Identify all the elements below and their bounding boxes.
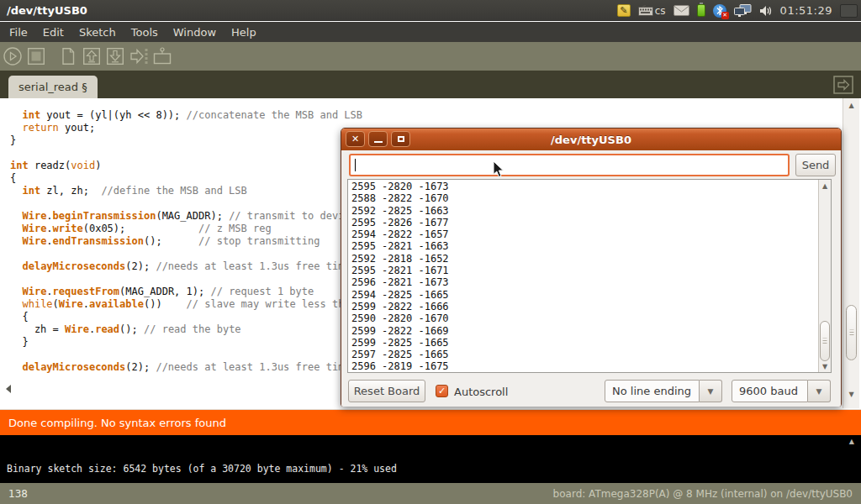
- stop-icon: [26, 46, 46, 66]
- bluetooth-icon[interactable]: ✕: [713, 0, 726, 21]
- send-button[interactable]: Send: [795, 154, 836, 176]
- menu-sketch[interactable]: Sketch: [71, 24, 124, 41]
- menu-window[interactable]: Window: [166, 24, 224, 41]
- new-sketch-button[interactable]: [57, 45, 79, 67]
- verify-play-icon: [3, 46, 23, 66]
- line-ending-select[interactable]: No line ending: [605, 380, 700, 402]
- compile-status-message: Done compiling. No syntax errors found: [8, 417, 226, 429]
- editor-vscrollbar[interactable]: ▲ ▼: [843, 98, 859, 408]
- board-info: board: ATmega328P(A) @ 8 MHz (internal) …: [553, 488, 853, 500]
- close-button[interactable]: ✕: [346, 131, 365, 147]
- screen: /dev/ttyUSB0 ✎ cs ✕: [0, 0, 861, 504]
- line-number: 138: [8, 488, 28, 500]
- system-tray: ✎ cs ✕: [617, 0, 858, 21]
- save-down-arrow-icon: [105, 46, 125, 66]
- line-ending-dropdown-arrow[interactable]: ▼: [700, 380, 722, 402]
- console[interactable]: Binary sketch size: 6542 bytes (of a 307…: [0, 435, 861, 483]
- mail-icon[interactable]: [673, 0, 689, 21]
- session-icon[interactable]: [840, 0, 858, 21]
- autoscroll-label: Autoscroll: [454, 386, 508, 398]
- stop-button[interactable]: [25, 45, 47, 67]
- mouse-cursor: [493, 160, 504, 181]
- autoscroll-checkbox[interactable]: ✓: [436, 385, 448, 397]
- baud-rate-select[interactable]: 9600 baud: [732, 380, 808, 402]
- text-caret: [355, 159, 356, 171]
- verify-button[interactable]: [2, 45, 24, 67]
- tab-label: serial_read §: [18, 81, 87, 93]
- tab-serial-read[interactable]: serial_read §: [8, 76, 98, 98]
- editor-scroll-thumb[interactable]: [846, 305, 857, 360]
- tab-bar: serial_read §: [0, 71, 861, 98]
- keyboard-icon: [638, 5, 653, 16]
- scroll-up-icon[interactable]: ▲: [843, 102, 859, 109]
- window-title: /dev/ttyUSB0: [7, 4, 87, 17]
- footer-status-bar: 138 board: ATmega328P(A) @ 8 MHz (intern…: [0, 483, 861, 504]
- serial-monitor-body: Send 2595 -2820 -1673 2588 -2822 -1670 2…: [341, 150, 841, 407]
- menu-help[interactable]: Help: [224, 24, 264, 41]
- maximize-button[interactable]: [391, 131, 410, 147]
- open-up-arrow-icon: [82, 46, 102, 66]
- serial-scroll-up-icon[interactable]: ▲: [819, 182, 831, 190]
- ide-toolbar: [0, 42, 861, 71]
- serial-monitor-controls: Reset Board ✓ Autoscroll No line ending …: [341, 377, 841, 407]
- serial-monitor-titlebar[interactable]: ✕ /dev/ttyUSB0: [341, 129, 841, 150]
- maximize-icon: [398, 136, 404, 142]
- serial-monitor-window: ✕ /dev/ttyUSB0 Send 2595 -2820 -1673 258…: [341, 128, 842, 407]
- keyboard-layout-icon[interactable]: cs: [638, 0, 666, 21]
- serial-vscrollbar[interactable]: ▲ ▼: [818, 180, 831, 372]
- scroll-down-icon[interactable]: ▼: [843, 391, 859, 398]
- serial-input[interactable]: [349, 154, 790, 176]
- network-icon[interactable]: [734, 0, 752, 21]
- tab-menu-arrow-icon: [833, 76, 853, 94]
- volume-icon[interactable]: [759, 0, 773, 21]
- menu-bar: File Edit Sketch Tools Window Help: [0, 22, 861, 42]
- upload-right-arrow-icon: [128, 46, 150, 66]
- serial-monitor-title: /dev/ttyUSB0: [551, 134, 631, 146]
- console-output: Binary sketch size: 6542 bytes (of a 307…: [7, 463, 397, 475]
- notes-icon[interactable]: ✎: [617, 0, 631, 21]
- keyboard-layout-label: cs: [655, 5, 666, 17]
- open-sketch-button[interactable]: [81, 45, 103, 67]
- serial-scroll-down-icon[interactable]: ▼: [819, 363, 831, 370]
- hscroll-left-arrow-icon[interactable]: [6, 385, 11, 393]
- serial-output-area[interactable]: 2595 -2820 -1673 2588 -2822 -1670 2592 -…: [347, 179, 832, 373]
- new-file-icon: [58, 46, 78, 66]
- tab-menu-button[interactable]: [833, 76, 853, 97]
- close-icon: ✕: [351, 134, 359, 144]
- console-scroll-up-icon[interactable]: ▲: [849, 438, 854, 445]
- baud-rate-dropdown-arrow[interactable]: ▼: [808, 380, 831, 402]
- serial-monitor-button[interactable]: [151, 45, 173, 67]
- minimize-icon: [374, 141, 383, 143]
- bluetooth-off-badge: ✕: [721, 12, 729, 19]
- serial-monitor-icon: [151, 46, 173, 66]
- upload-button[interactable]: [128, 45, 150, 67]
- minimize-button[interactable]: [368, 131, 388, 147]
- battery-icon[interactable]: [697, 0, 705, 21]
- compile-status-bar: Done compiling. No syntax errors found: [0, 409, 861, 435]
- clock[interactable]: 01:51:29: [780, 4, 832, 17]
- save-sketch-button[interactable]: [104, 45, 126, 67]
- menu-edit[interactable]: Edit: [35, 24, 71, 41]
- reset-board-button[interactable]: Reset Board: [348, 380, 425, 402]
- serial-output[interactable]: 2595 -2820 -1673 2588 -2822 -1670 2592 -…: [351, 181, 449, 373]
- menu-tools[interactable]: Tools: [124, 24, 166, 41]
- serial-scroll-thumb[interactable]: [820, 321, 830, 361]
- menu-file[interactable]: File: [2, 24, 35, 41]
- top-panel: /dev/ttyUSB0 ✎ cs ✕: [0, 0, 861, 21]
